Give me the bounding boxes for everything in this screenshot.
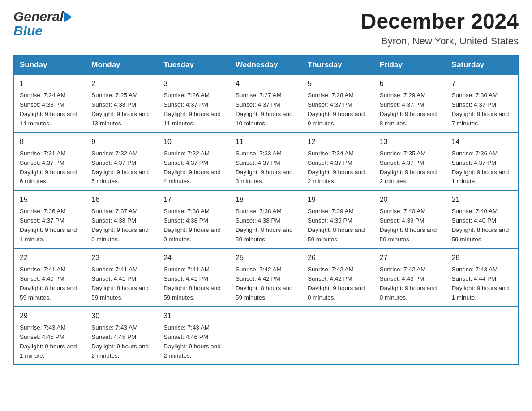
day-number: 22 [20,253,80,263]
day-info: Sunrise: 7:43 AM Sunset: 4:45 PM Dayligh… [91,323,152,361]
day-number: 23 [91,253,152,263]
day-info: Sunrise: 7:39 AM Sunset: 4:39 PM Dayligh… [308,207,369,244]
day-info: Sunrise: 7:36 AM Sunset: 4:37 PM Dayligh… [452,149,512,187]
day-info: Sunrise: 7:37 AM Sunset: 4:38 PM Dayligh… [91,207,152,244]
day-info: Sunrise: 7:29 AM Sunset: 4:37 PM Dayligh… [380,91,441,128]
calendar-cell: 5 Sunrise: 7:28 AM Sunset: 4:37 PM Dayli… [302,74,374,133]
days-of-week-row: SundayMondayTuesdayWednesdayThursdayFrid… [14,56,518,74]
day-info: Sunrise: 7:43 AM Sunset: 4:45 PM Dayligh… [20,323,80,361]
day-info: Sunrise: 7:33 AM Sunset: 4:37 PM Dayligh… [236,149,296,187]
day-number: 27 [380,253,441,263]
day-number: 25 [236,253,296,263]
week-row-5: 29 Sunrise: 7:43 AM Sunset: 4:45 PM Dayl… [14,307,518,365]
day-number: 29 [20,311,80,321]
day-header-friday: Friday [374,56,446,74]
day-number: 18 [236,194,296,205]
week-row-1: 1 Sunrise: 7:24 AM Sunset: 4:38 PM Dayli… [14,74,518,133]
day-number: 19 [308,194,369,205]
calendar-cell: 20 Sunrise: 7:40 AM Sunset: 4:39 PM Dayl… [374,190,446,248]
calendar-cell [302,307,374,365]
calendar-cell: 16 Sunrise: 7:37 AM Sunset: 4:38 PM Dayl… [86,190,158,248]
day-number: 9 [91,137,152,147]
calendar-cell: 24 Sunrise: 7:41 AM Sunset: 4:41 PM Dayl… [158,248,230,307]
day-info: Sunrise: 7:35 AM Sunset: 4:37 PM Dayligh… [380,149,441,187]
day-info: Sunrise: 7:32 AM Sunset: 4:37 PM Dayligh… [91,149,152,187]
calendar-cell: 19 Sunrise: 7:39 AM Sunset: 4:39 PM Dayl… [302,190,374,248]
calendar-cell: 29 Sunrise: 7:43 AM Sunset: 4:45 PM Dayl… [14,307,86,365]
logo: General Blue [13,9,72,38]
day-number: 4 [236,78,296,89]
day-number: 17 [163,194,224,205]
day-info: Sunrise: 7:38 AM Sunset: 4:38 PM Dayligh… [236,207,296,244]
day-number: 8 [20,137,80,147]
calendar-cell: 21 Sunrise: 7:40 AM Sunset: 4:40 PM Dayl… [446,190,518,248]
calendar-cell: 4 Sunrise: 7:27 AM Sunset: 4:37 PM Dayli… [230,74,302,133]
day-number: 20 [380,194,441,205]
day-header-sunday: Sunday [14,56,86,74]
title-area: December 2024 Byron, New York, United St… [361,9,519,47]
day-number: 26 [308,253,369,263]
calendar-table: SundayMondayTuesdayWednesdayThursdayFrid… [13,55,519,365]
page-header: General Blue December 2024 Byron, New Yo… [13,9,519,47]
day-number: 7 [452,78,512,89]
day-number: 12 [308,137,369,147]
day-number: 3 [163,78,224,89]
calendar-cell: 11 Sunrise: 7:33 AM Sunset: 4:37 PM Dayl… [230,133,302,191]
day-info: Sunrise: 7:31 AM Sunset: 4:37 PM Dayligh… [20,149,80,187]
day-info: Sunrise: 7:40 AM Sunset: 4:39 PM Dayligh… [380,207,441,244]
day-number: 10 [163,137,224,147]
day-info: Sunrise: 7:34 AM Sunset: 4:37 PM Dayligh… [308,149,369,187]
calendar-cell: 25 Sunrise: 7:42 AM Sunset: 4:42 PM Dayl… [230,248,302,307]
calendar-cell: 7 Sunrise: 7:30 AM Sunset: 4:37 PM Dayli… [446,74,518,133]
calendar-cell: 31 Sunrise: 7:43 AM Sunset: 4:46 PM Dayl… [158,307,230,365]
calendar-cell: 17 Sunrise: 7:38 AM Sunset: 4:38 PM Dayl… [158,190,230,248]
day-info: Sunrise: 7:42 AM Sunset: 4:43 PM Dayligh… [380,265,441,303]
calendar-cell [230,307,302,365]
calendar-cell: 28 Sunrise: 7:43 AM Sunset: 4:44 PM Dayl… [446,248,518,307]
day-header-thursday: Thursday [302,56,374,74]
day-header-wednesday: Wednesday [230,56,302,74]
week-row-3: 15 Sunrise: 7:36 AM Sunset: 4:37 PM Dayl… [14,190,518,248]
calendar-cell: 13 Sunrise: 7:35 AM Sunset: 4:37 PM Dayl… [374,133,446,191]
day-number: 28 [452,253,512,263]
calendar-cell: 30 Sunrise: 7:43 AM Sunset: 4:45 PM Dayl… [86,307,158,365]
calendar-cell: 26 Sunrise: 7:42 AM Sunset: 4:42 PM Dayl… [302,248,374,307]
day-number: 15 [20,194,80,205]
calendar-cell: 18 Sunrise: 7:38 AM Sunset: 4:38 PM Dayl… [230,190,302,248]
calendar-cell [446,307,518,365]
day-info: Sunrise: 7:36 AM Sunset: 4:37 PM Dayligh… [20,207,80,244]
day-number: 16 [91,194,152,205]
day-info: Sunrise: 7:24 AM Sunset: 4:38 PM Dayligh… [20,91,80,128]
calendar-cell: 14 Sunrise: 7:36 AM Sunset: 4:37 PM Dayl… [446,133,518,191]
day-info: Sunrise: 7:28 AM Sunset: 4:37 PM Dayligh… [308,91,369,128]
day-header-monday: Monday [86,56,158,74]
day-number: 30 [91,311,152,321]
calendar-cell: 27 Sunrise: 7:42 AM Sunset: 4:43 PM Dayl… [374,248,446,307]
subtitle: Byron, New York, United States [361,35,519,47]
calendar-cell: 2 Sunrise: 7:25 AM Sunset: 4:38 PM Dayli… [86,74,158,133]
day-info: Sunrise: 7:42 AM Sunset: 4:42 PM Dayligh… [308,265,369,303]
logo-arrow-icon [64,12,72,22]
logo-blue-text: Blue [13,24,72,38]
calendar-cell: 8 Sunrise: 7:31 AM Sunset: 4:37 PM Dayli… [14,133,86,191]
day-number: 5 [308,78,369,89]
day-info: Sunrise: 7:41 AM Sunset: 4:40 PM Dayligh… [20,265,80,303]
calendar-cell: 9 Sunrise: 7:32 AM Sunset: 4:37 PM Dayli… [86,133,158,191]
main-title: December 2024 [361,9,519,34]
calendar-cell: 3 Sunrise: 7:26 AM Sunset: 4:37 PM Dayli… [158,74,230,133]
calendar-cell [374,307,446,365]
day-info: Sunrise: 7:32 AM Sunset: 4:37 PM Dayligh… [163,149,224,187]
day-number: 24 [163,253,224,263]
day-info: Sunrise: 7:30 AM Sunset: 4:37 PM Dayligh… [452,91,512,128]
calendar-cell: 6 Sunrise: 7:29 AM Sunset: 4:37 PM Dayli… [374,74,446,133]
day-header-tuesday: Tuesday [158,56,230,74]
logo-general-text: General [13,9,64,24]
day-number: 2 [91,78,152,89]
day-info: Sunrise: 7:25 AM Sunset: 4:38 PM Dayligh… [91,91,152,128]
calendar-cell: 15 Sunrise: 7:36 AM Sunset: 4:37 PM Dayl… [14,190,86,248]
day-header-saturday: Saturday [446,56,518,74]
day-number: 31 [163,311,224,321]
day-number: 14 [452,137,512,147]
week-row-2: 8 Sunrise: 7:31 AM Sunset: 4:37 PM Dayli… [14,133,518,191]
day-info: Sunrise: 7:42 AM Sunset: 4:42 PM Dayligh… [236,265,296,303]
